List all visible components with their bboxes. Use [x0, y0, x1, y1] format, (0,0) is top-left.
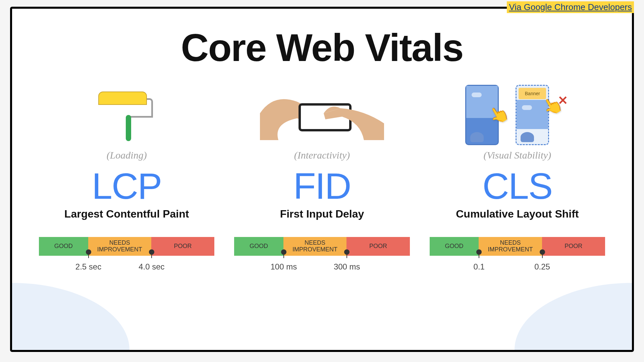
threshold-tick-1: 0.1 — [479, 253, 479, 258]
threshold-tick-1: 2.5 sec — [88, 253, 89, 258]
seg-poor: POOR — [346, 237, 410, 256]
metric-lcp: (Loading) LCP Largest Contentful Paint G… — [39, 83, 214, 337]
threshold-bar: GOOD NEEDS IMPROVEMENT POOR 2.5 sec 4.0 … — [39, 237, 214, 256]
metric-fullname: Largest Contentful Paint — [64, 208, 189, 220]
metric-caption: (Interactivity) — [294, 149, 350, 161]
metric-abbr: CLS — [482, 168, 552, 204]
threshold-label-2: 300 ms — [334, 262, 360, 272]
layout-shift-icon: Banner 👆 👆 ✕ — [430, 83, 605, 147]
close-icon: ✕ — [558, 94, 568, 108]
threshold-bar: GOOD NEEDS IMPROVEMENT POOR 100 ms 300 m… — [234, 237, 410, 256]
threshold-tick-2: 4.0 sec — [151, 253, 152, 258]
metric-cls: Banner 👆 👆 ✕ (Visual Stability) CLS Cumu… — [430, 83, 605, 337]
metric-abbr: LCP — [92, 168, 162, 204]
attribution-link[interactable]: Via Google Chrome Developers — [507, 1, 634, 13]
threshold-tick-2: 0.25 — [542, 253, 543, 258]
metric-caption: (Loading) — [107, 149, 147, 161]
threshold-tick-2: 300 ms — [346, 253, 347, 258]
threshold-label-1: 0.1 — [474, 262, 485, 272]
banner-label: Banner — [519, 88, 546, 99]
threshold-label-1: 2.5 sec — [75, 262, 101, 272]
seg-poor: POOR — [542, 237, 605, 256]
slide-frame: Core Web Vitals (Loading) LCP Largest Co… — [10, 7, 634, 352]
metric-abbr: FID — [293, 168, 351, 204]
page-title: Core Web Vitals — [181, 25, 463, 70]
threshold-label-2: 0.25 — [534, 262, 550, 272]
threshold-label-2: 4.0 sec — [139, 262, 164, 272]
seg-needs: NEEDS IMPROVEMENT — [283, 237, 346, 256]
threshold-label-1: 100 ms — [271, 262, 297, 272]
metrics-row: (Loading) LCP Largest Contentful Paint G… — [39, 83, 605, 337]
seg-poor: POOR — [151, 237, 214, 256]
metric-fullname: First Input Delay — [280, 208, 364, 220]
paint-roller-icon — [39, 83, 214, 147]
metric-fid: (Interactivity) FID First Input Delay GO… — [234, 83, 410, 337]
seg-good: GOOD — [234, 237, 283, 256]
metric-caption: (Visual Stability) — [483, 149, 551, 161]
seg-good: GOOD — [430, 237, 479, 256]
hands-phone-icon — [234, 83, 410, 147]
metric-fullname: Cumulative Layout Shift — [456, 208, 579, 220]
seg-needs: NEEDS IMPROVEMENT — [479, 237, 542, 256]
seg-good: GOOD — [39, 237, 88, 256]
seg-needs: NEEDS IMPROVEMENT — [88, 237, 151, 256]
threshold-bar: GOOD NEEDS IMPROVEMENT POOR 0.1 0.25 — [430, 237, 605, 256]
threshold-tick-1: 100 ms — [283, 253, 284, 258]
